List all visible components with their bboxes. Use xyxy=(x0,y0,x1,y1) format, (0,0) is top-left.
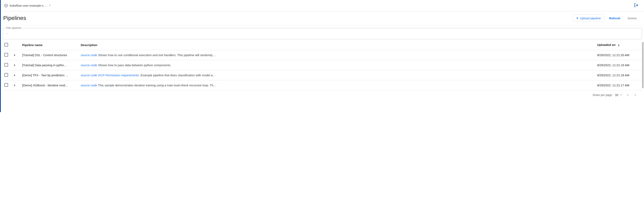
rows-per-page-label: Rows per page: xyxy=(593,93,612,97)
scrollbar-thumb[interactable] xyxy=(642,42,644,88)
header-description[interactable]: Description xyxy=(79,40,596,50)
description-text: Shows how to use conditional execution a… xyxy=(97,53,216,57)
table-row: [Demo] TFX - Taxi tip prediction …source… xyxy=(3,70,642,80)
next-page-button[interactable] xyxy=(633,92,638,98)
upload-pipeline-label: Upload pipeline xyxy=(580,16,601,20)
table-header-row: Pipeline name Description Uploaded on xyxy=(3,40,642,50)
expand-row-icon[interactable] xyxy=(14,54,15,56)
description-cell: source code Shows how to pass data betwe… xyxy=(79,60,596,70)
uploaded-on-cell: 8/29/2022, 11:21:20 AM xyxy=(596,50,642,60)
description-link[interactable]: source code xyxy=(81,84,97,87)
select-all-checkbox[interactable] xyxy=(4,43,8,46)
description-cell: source code GCP Permission requirements.… xyxy=(79,70,596,80)
page-header: Pipelines + Upload pipeline Refresh Dele… xyxy=(1,11,644,25)
prev-page-button[interactable] xyxy=(625,92,630,98)
pipeline-name-cell[interactable]: [Tutorial] Data passing in pytho… xyxy=(20,60,79,70)
logout-button[interactable] xyxy=(633,2,639,9)
pipelines-table: Pipeline name Description Uploaded on [T… xyxy=(3,40,642,90)
filter-legend: Filter pipelines xyxy=(5,27,22,29)
pipeline-name-cell[interactable]: [Demo] TFX - Taxi tip prediction … xyxy=(20,70,79,80)
filter-input[interactable] xyxy=(8,31,639,36)
page-title: Pipelines xyxy=(3,15,573,21)
uploaded-on-cell: 8/29/2022, 11:21:19 AM xyxy=(596,60,642,70)
filter-field[interactable]: Filter pipelines xyxy=(3,28,642,39)
row-checkbox[interactable] xyxy=(4,83,8,87)
table-row: [Tutorial] Data passing in pytho…source … xyxy=(3,60,642,70)
uploaded-on-cell: 8/29/2022, 11:21:17 AM xyxy=(596,80,642,90)
pipelines-table-wrap: Pipeline name Description Uploaded on [T… xyxy=(1,40,644,100)
chevron-down-icon xyxy=(620,93,622,97)
namespace-label: kubeflow-user-example-c… xyxy=(10,4,46,7)
rows-per-page-select[interactable]: 10 xyxy=(615,93,622,97)
logout-icon xyxy=(634,3,638,8)
header-pipeline-name[interactable]: Pipeline name xyxy=(20,40,79,50)
row-checkbox[interactable] xyxy=(4,53,8,57)
namespace-selector[interactable]: kubeflow-user-example-c… xyxy=(4,4,52,8)
table-row: [Demo] XGBoost - Iterative mod…source co… xyxy=(3,80,642,90)
delete-button: Delete xyxy=(625,15,639,21)
pagination: Rows per page: 10 xyxy=(3,90,642,100)
description-cell: source code This sample demonstrates ite… xyxy=(79,80,596,90)
expand-row-icon[interactable] xyxy=(14,64,15,66)
expand-row-icon[interactable] xyxy=(14,74,15,76)
sort-desc-icon xyxy=(617,44,620,47)
description-text: Shows how to pass data between python co… xyxy=(97,63,171,67)
plus-icon: + xyxy=(576,16,578,20)
upload-pipeline-button[interactable]: + Upload pipeline xyxy=(573,14,604,22)
filter-icon xyxy=(6,32,8,35)
description-text: This sample demonstrates iterative train… xyxy=(97,84,216,87)
row-checkbox[interactable] xyxy=(4,73,8,77)
header-uploaded-on[interactable]: Uploaded on xyxy=(596,40,642,50)
uploaded-on-cell: 8/29/2022, 11:21:18 AM xyxy=(596,70,642,80)
topbar: kubeflow-user-example-c… xyxy=(1,0,644,11)
description-text: . Example pipeline that does classificat… xyxy=(139,73,216,77)
namespace-icon xyxy=(4,4,8,8)
description-cell: source code Shows how to use conditional… xyxy=(79,50,596,60)
description-link[interactable]: source code xyxy=(81,53,97,57)
pipeline-name-cell[interactable]: [Tutorial] DSL - Control structures xyxy=(20,50,79,60)
description-link[interactable]: source code xyxy=(81,63,97,67)
refresh-button[interactable]: Refresh xyxy=(607,15,623,21)
chevron-down-icon xyxy=(48,4,52,7)
description-link[interactable]: source code xyxy=(81,73,97,77)
header-checkbox-cell xyxy=(3,40,12,50)
row-checkbox[interactable] xyxy=(4,63,8,67)
expand-row-icon[interactable] xyxy=(14,84,15,86)
filter-section: Filter pipelines xyxy=(1,25,644,40)
table-row: [Tutorial] DSL - Control structuressourc… xyxy=(3,50,642,60)
pipeline-name-cell[interactable]: [Demo] XGBoost - Iterative mod… xyxy=(20,80,79,90)
description-link[interactable]: GCP Permission requirements xyxy=(98,73,139,77)
